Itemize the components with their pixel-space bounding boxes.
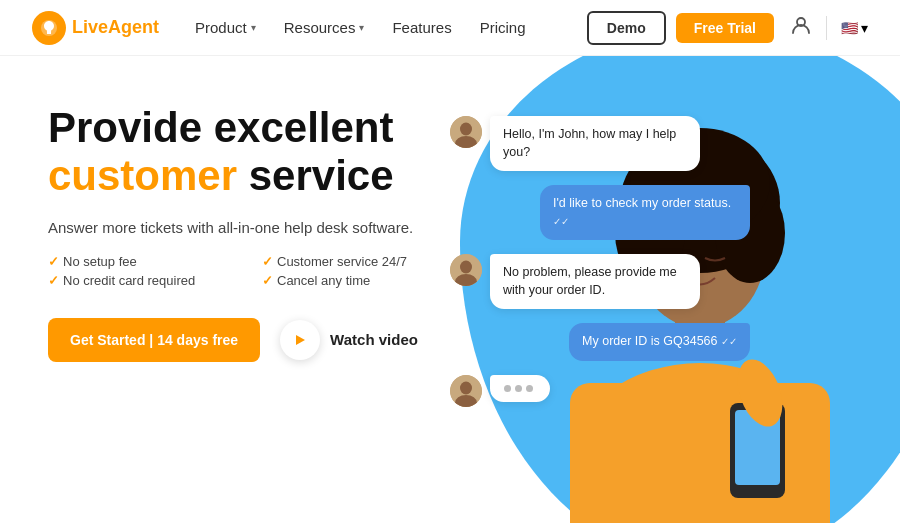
hero-left: Provide excellent customer service Answe… <box>0 56 460 523</box>
free-trial-button[interactable]: Free Trial <box>676 13 774 43</box>
hero-subtitle: Answer more tickets with all-in-one help… <box>48 219 460 236</box>
hero-right: Hello, I'm John, how may I help you? I'd… <box>440 56 900 523</box>
bubble-order-status: I'd like to check my order status. <box>540 185 750 240</box>
typing-indicator <box>490 375 550 402</box>
chat-message-3: No problem, please provide me with your … <box>450 254 750 309</box>
hero-section: Provide excellent customer service Answe… <box>0 56 900 523</box>
agent-avatar-3 <box>450 375 482 407</box>
chat-message-4: My order ID is GQ34566 <box>450 323 750 361</box>
svg-point-20 <box>460 381 472 394</box>
nav-pricing[interactable]: Pricing <box>480 19 526 36</box>
typing-dot-2 <box>515 385 522 392</box>
hero-checks: ✓ No setup fee ✓ Customer service 24/7 ✓… <box>48 254 460 288</box>
check-no-credit: ✓ No credit card required <box>48 273 246 288</box>
bubble-order-id: My order ID is GQ34566 <box>569 323 750 361</box>
hero-title: Provide excellent customer service <box>48 104 460 201</box>
chat-message-2: I'd like to check my order status. <box>450 185 750 240</box>
nav-features[interactable]: Features <box>392 19 451 36</box>
typing-dot-1 <box>504 385 511 392</box>
typing-dot-3 <box>526 385 533 392</box>
user-icon[interactable] <box>790 14 812 41</box>
hero-buttons: Get Started | 14 days free Watch video <box>48 318 460 362</box>
nav-product[interactable]: Product ▾ <box>195 19 256 36</box>
language-selector[interactable]: 🇺🇸 ▾ <box>841 20 868 36</box>
watch-video-button[interactable]: Watch video <box>280 320 418 360</box>
language-chevron-icon: ▾ <box>861 20 868 36</box>
chat-overlay: Hello, I'm John, how may I help you? I'd… <box>450 116 750 421</box>
agent-avatar-1 <box>450 116 482 148</box>
demo-button[interactable]: Demo <box>587 11 666 45</box>
logo-text: LiveAgent <box>72 17 159 38</box>
bubble-provide-id: No problem, please provide me with your … <box>490 254 700 309</box>
nav-resources[interactable]: Resources ▾ <box>284 19 365 36</box>
resources-chevron-icon: ▾ <box>359 22 364 33</box>
agent-avatar-2 <box>450 254 482 286</box>
logo[interactable]: LiveAgent <box>32 11 159 45</box>
nav-divider <box>826 16 827 40</box>
chat-typing-row <box>450 375 750 407</box>
chat-message-1: Hello, I'm John, how may I help you? <box>450 116 750 171</box>
bubble-greeting: Hello, I'm John, how may I help you? <box>490 116 700 171</box>
navbar: LiveAgent Product ▾ Resources ▾ Features… <box>0 0 900 56</box>
svg-point-14 <box>460 123 472 136</box>
check-cancel: ✓ Cancel any time <box>262 273 460 288</box>
nav-actions: Demo Free Trial 🇺🇸 ▾ <box>587 11 868 45</box>
nav-links: Product ▾ Resources ▾ Features Pricing <box>195 19 587 36</box>
get-started-button[interactable]: Get Started | 14 days free <box>48 318 260 362</box>
play-icon <box>280 320 320 360</box>
svg-point-17 <box>460 261 472 274</box>
check-no-setup: ✓ No setup fee <box>48 254 246 269</box>
logo-icon <box>32 11 66 45</box>
check-customer-service: ✓ Customer service 24/7 <box>262 254 460 269</box>
product-chevron-icon: ▾ <box>251 22 256 33</box>
